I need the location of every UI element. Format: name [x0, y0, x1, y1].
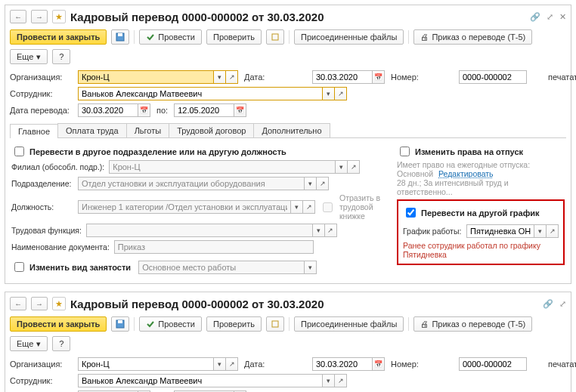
post-icon: [146, 32, 155, 42]
chevron-down-icon: ▾: [291, 200, 303, 214]
chk-transfer-dept[interactable]: [14, 147, 24, 156]
save-button[interactable]: [111, 316, 129, 332]
page-title: Кадровый перевод 0000-000002 от 30.03.20…: [70, 298, 538, 310]
date-label: Дата:: [244, 360, 306, 369]
chk-workbook-label: Отразить в трудовой книжке: [339, 193, 386, 221]
transfer-date-field[interactable]: 📅: [78, 103, 150, 117]
number-field[interactable]: [459, 70, 527, 84]
tab-benefits[interactable]: Льготы: [126, 123, 170, 137]
employee-field[interactable]: ▾ ↗: [78, 87, 347, 100]
post-button[interactable]: Провести: [139, 29, 202, 45]
number-label: Номер:: [391, 73, 453, 82]
to-date-field[interactable]: 📅: [174, 103, 246, 117]
chevron-down-icon[interactable]: ▾: [534, 224, 547, 238]
print-button[interactable]: 🖨Приказ о переводе (Т-5): [413, 316, 532, 332]
save-close-button[interactable]: Провести и закрыть: [10, 316, 107, 332]
open-icon[interactable]: ↗: [335, 87, 347, 100]
employee-label: Сотрудник:: [10, 376, 72, 385]
chevron-down-icon[interactable]: ▾: [323, 87, 335, 100]
employee-label: Сотрудник:: [10, 89, 72, 98]
undo-post-button[interactable]: [266, 316, 284, 332]
schedule-box: Перевести на другой график График работы…: [397, 199, 565, 265]
post-icon: [146, 319, 155, 329]
forward-button[interactable]: →: [31, 297, 48, 310]
forward-button[interactable]: →: [31, 10, 48, 23]
back-button[interactable]: ←: [10, 297, 26, 310]
print-button[interactable]: 🖨Приказ о переводе (Т-5): [413, 29, 532, 45]
titlebar: ← → ★ Кадровый перевод 0000-000002 от 30…: [10, 8, 566, 28]
chevron-down-icon: ▾: [305, 177, 317, 190]
org-label: Организация:: [10, 73, 72, 82]
chk-change-employment[interactable]: [14, 262, 24, 272]
undo-icon: [271, 319, 280, 329]
svg-rect-1: [118, 33, 122, 36]
schedule-field[interactable]: ▾ ↗: [466, 224, 559, 238]
favorite-icon[interactable]: ★: [52, 297, 66, 310]
tab-pay[interactable]: Оплата труда: [57, 123, 127, 137]
edit-rights-link[interactable]: Редактировать: [438, 169, 494, 178]
transfer-date-label: Дата перевода:: [10, 106, 72, 115]
chevron-down-icon[interactable]: ▾: [323, 374, 335, 387]
chevron-down-icon[interactable]: ▾: [214, 70, 226, 84]
help-button[interactable]: ?: [52, 49, 70, 64]
expand-icon[interactable]: ⤢: [547, 12, 553, 22]
branch-label: Филиал (обособл. подр.):: [11, 162, 104, 171]
link-icon[interactable]: 🔗: [543, 299, 553, 309]
save-icon: [116, 32, 125, 42]
more-button[interactable]: Еще ▾: [10, 336, 48, 351]
open-icon[interactable]: ↗: [335, 374, 347, 387]
position-label: Должность:: [11, 202, 73, 211]
attachments-button[interactable]: Присоединенные файлы: [294, 29, 404, 45]
date-field[interactable]: 📅: [312, 357, 385, 371]
close-icon[interactable]: ✕: [559, 12, 566, 22]
chevron-down-icon: ▾: [336, 160, 348, 174]
tab-extra[interactable]: Дополнительно: [253, 123, 330, 137]
open-icon[interactable]: ↗: [547, 224, 559, 238]
dept-label: Подразделение:: [11, 179, 73, 188]
calendar-icon[interactable]: 📅: [138, 103, 150, 117]
print-icon: 🖨: [420, 319, 429, 329]
svg-rect-5: [272, 321, 278, 327]
print-icon: 🖨: [420, 32, 429, 42]
open-icon[interactable]: ↗: [226, 357, 238, 371]
undo-post-button[interactable]: [266, 29, 284, 45]
employment-field: ▾: [138, 261, 317, 274]
save-close-button[interactable]: Провести и закрыть: [10, 29, 107, 45]
open-icon[interactable]: ↗: [226, 70, 238, 84]
calendar-icon[interactable]: 📅: [373, 70, 385, 84]
chk-vacation-rights[interactable]: [400, 147, 410, 156]
favorite-icon[interactable]: ★: [52, 10, 66, 23]
number-label: Номер:: [391, 360, 453, 369]
calendar-icon[interactable]: 📅: [234, 103, 246, 117]
chevron-down-icon[interactable]: ▾: [214, 357, 226, 371]
date-field[interactable]: 📅: [312, 70, 385, 84]
jobfunc-label: Трудовая функция:: [11, 226, 82, 235]
check-button[interactable]: Проверить: [206, 316, 262, 332]
expand-icon[interactable]: ⤢: [559, 299, 566, 309]
check-button[interactable]: Проверить: [206, 29, 262, 45]
chevron-down-icon: ▾: [313, 224, 325, 237]
attachments-button[interactable]: Присоединенные файлы: [294, 316, 404, 332]
save-button[interactable]: [111, 29, 129, 45]
to-label: по:: [156, 106, 168, 115]
back-button[interactable]: ←: [10, 10, 26, 23]
calendar-icon[interactable]: 📅: [373, 357, 385, 371]
svg-rect-4: [118, 320, 122, 323]
open-icon: ↗: [317, 177, 329, 190]
employee-field[interactable]: ▾ ↗: [78, 374, 347, 387]
branch-field: ▾ ↗: [109, 160, 360, 174]
link-icon[interactable]: 🔗: [530, 12, 540, 22]
chk-schedule[interactable]: [406, 208, 416, 218]
tab-contract[interactable]: Трудовой договор: [169, 123, 254, 137]
svg-rect-2: [272, 34, 278, 40]
number-field[interactable]: [459, 357, 527, 371]
chk-change-employment-label: Изменить вид занятости: [29, 263, 131, 272]
tabs: Главное Оплата труда Льготы Трудовой дог…: [10, 123, 566, 138]
more-button[interactable]: Еще ▾: [10, 49, 48, 64]
help-button[interactable]: ?: [52, 336, 70, 351]
post-button[interactable]: Провести: [139, 316, 202, 332]
docname-field: [114, 240, 314, 254]
org-field[interactable]: ▾ ↗: [78, 357, 238, 371]
org-field[interactable]: ▾ ↗: [78, 70, 238, 84]
tab-main[interactable]: Главное: [10, 124, 58, 138]
